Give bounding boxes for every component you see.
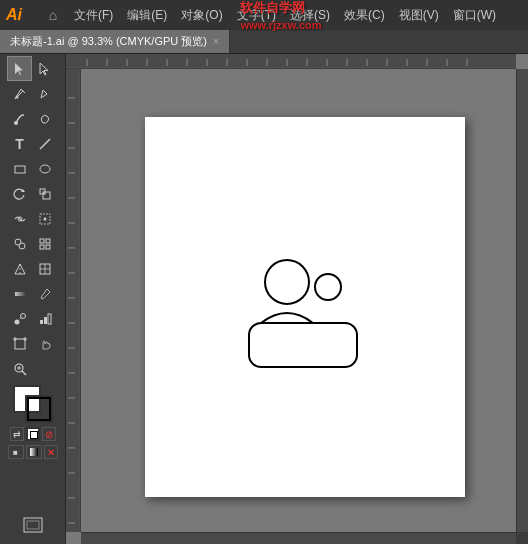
- gradient-tool[interactable]: [7, 281, 32, 306]
- menu-view[interactable]: 视图(V): [393, 5, 445, 26]
- svg-text:|: |: [66, 297, 75, 299]
- svg-line-38: [22, 371, 26, 375]
- zoom-tool[interactable]: [7, 356, 32, 381]
- brush-tool[interactable]: [7, 106, 32, 131]
- none-mode-button[interactable]: ✕: [44, 445, 58, 459]
- svg-text:|: |: [106, 57, 108, 66]
- menu-object[interactable]: 对象(O): [175, 5, 228, 26]
- svg-point-85: [315, 274, 341, 300]
- pencil-tool[interactable]: [32, 81, 57, 106]
- menu-edit[interactable]: 编辑(E): [121, 5, 173, 26]
- svg-text:|: |: [66, 322, 75, 324]
- blob-brush-tool[interactable]: [32, 106, 57, 131]
- extra-tools: [11, 514, 55, 544]
- blend-tool[interactable]: [7, 306, 32, 331]
- live-paint-tool[interactable]: [32, 231, 57, 256]
- warp-tool[interactable]: [7, 206, 32, 231]
- brush-tools-row: [7, 106, 58, 131]
- svg-rect-17: [46, 239, 50, 243]
- menu-bar: 文件(F) 编辑(E) 对象(O) 文字(T) 选择(S) 效果(C) 视图(V…: [68, 5, 522, 26]
- menu-window[interactable]: 窗口(W): [447, 5, 502, 26]
- scale-tool[interactable]: [32, 181, 57, 206]
- scrollbar-corner: [516, 532, 528, 544]
- ellipse-tool[interactable]: [32, 156, 57, 181]
- svg-text:|: |: [66, 147, 75, 149]
- swap-colors-button[interactable]: ⇄: [10, 427, 24, 441]
- svg-rect-30: [44, 317, 47, 324]
- svg-text:|: |: [66, 497, 75, 499]
- change-screen-mode-button[interactable]: [11, 514, 55, 536]
- svg-text:|: |: [66, 397, 75, 399]
- color-swatches[interactable]: [13, 385, 53, 423]
- color-mode-row: ■ ✕: [8, 445, 58, 459]
- svg-text:|: |: [66, 197, 75, 199]
- free-transform-tool[interactable]: [32, 206, 57, 231]
- tool-buttons: T: [7, 56, 58, 381]
- svg-text:|: |: [66, 222, 75, 224]
- svg-text:|: |: [66, 447, 75, 449]
- svg-text:|: |: [66, 97, 75, 99]
- line-tool[interactable]: [32, 131, 57, 156]
- menu-effect[interactable]: 效果(C): [338, 5, 391, 26]
- svg-rect-31: [48, 314, 51, 324]
- menu-select[interactable]: 选择(S): [284, 5, 336, 26]
- perspective-grid-tool[interactable]: [7, 256, 32, 281]
- svg-text:|: |: [286, 57, 288, 66]
- svg-rect-41: [30, 448, 38, 456]
- zoom-tools-row: [7, 356, 58, 381]
- artboard-tool[interactable]: [7, 331, 32, 356]
- svg-text:|: |: [246, 57, 248, 66]
- tab-document[interactable]: 未标题-1.ai @ 93.3% (CMYK/GPU 预览) ×: [0, 30, 230, 53]
- rectangle-tool[interactable]: [7, 156, 32, 181]
- svg-text:|: |: [66, 347, 75, 349]
- artboard-tools-row: [7, 331, 58, 356]
- svg-text:|: |: [266, 57, 268, 66]
- rotate-tool[interactable]: [7, 181, 32, 206]
- svg-text:|: |: [66, 422, 75, 424]
- svg-point-13: [43, 217, 46, 220]
- svg-text:|: |: [66, 522, 75, 524]
- selection-tool[interactable]: [7, 56, 32, 81]
- svg-text:|: |: [346, 57, 348, 66]
- default-colors-button[interactable]: [26, 427, 40, 441]
- direct-selection-tool[interactable]: [32, 56, 57, 81]
- svg-text:|: |: [66, 172, 75, 174]
- color-mode-button[interactable]: ■: [8, 445, 24, 459]
- svg-text:|: |: [326, 57, 328, 66]
- gradient-mode-button[interactable]: [26, 445, 42, 459]
- menu-text[interactable]: 文字(T): [231, 5, 282, 26]
- no-color-button[interactable]: ⊘: [42, 427, 56, 441]
- empty-tool: [32, 356, 57, 381]
- svg-text:|: |: [66, 122, 75, 124]
- svg-point-2: [15, 95, 18, 98]
- svg-text:|: |: [306, 57, 308, 66]
- hand-tool[interactable]: [32, 331, 57, 356]
- builder-tools-row: [7, 231, 58, 256]
- type-tool[interactable]: T: [7, 131, 32, 156]
- svg-point-15: [19, 243, 25, 249]
- svg-text:|: |: [66, 247, 75, 249]
- column-graph-tool[interactable]: [32, 306, 57, 331]
- stroke-color-swatch[interactable]: [25, 395, 53, 423]
- icon-drawing: [225, 227, 385, 387]
- svg-text:|: |: [226, 57, 228, 66]
- tab-label: 未标题-1.ai @ 93.3% (CMYK/GPU 预览): [10, 34, 207, 49]
- transform-tools-row: [7, 181, 58, 206]
- horizontal-scrollbar[interactable]: [81, 532, 516, 544]
- gradient-tools-row: [7, 281, 58, 306]
- pen-tool[interactable]: [7, 81, 32, 106]
- mesh-tool[interactable]: [32, 256, 57, 281]
- menu-file[interactable]: 文件(F): [68, 5, 119, 26]
- svg-text:|: |: [426, 57, 428, 66]
- svg-text:|: |: [66, 472, 75, 474]
- vertical-scrollbar[interactable]: [516, 69, 528, 532]
- tab-close-button[interactable]: ×: [213, 36, 219, 47]
- shape-builder-tool[interactable]: [7, 231, 32, 256]
- svg-marker-0: [15, 63, 23, 75]
- title-bar: Ai ⌂ 文件(F) 编辑(E) 对象(O) 文字(T) 选择(S) 效果(C)…: [0, 0, 528, 30]
- color-area: ⇄ ⊘ ■ ✕: [8, 385, 58, 459]
- home-button[interactable]: ⌂: [42, 4, 64, 26]
- main-layout: T: [0, 54, 528, 544]
- svg-text:|: |: [66, 372, 75, 374]
- eyedropper-tool[interactable]: [32, 281, 57, 306]
